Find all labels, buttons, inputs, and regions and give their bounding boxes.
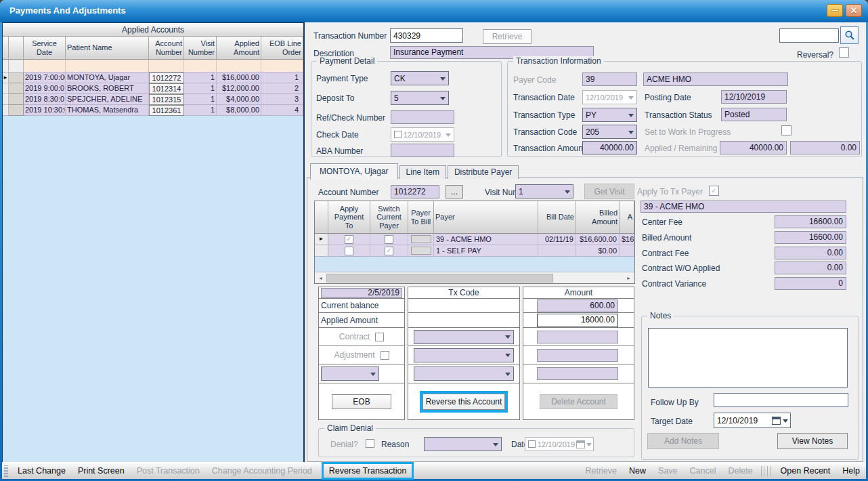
payer-row[interactable]: 1 - SELF PAY $0.00: [315, 245, 634, 257]
cell-account-number[interactable]: 1012315: [149, 94, 184, 105]
scroll-left-icon[interactable]: ◄: [315, 272, 326, 283]
payer-to-bill-button[interactable]: [411, 247, 431, 255]
payer-column-header-apply[interactable]: Apply Payment To: [328, 201, 370, 234]
applied-amount-input[interactable]: 16000.00: [537, 314, 618, 327]
retrieve-button[interactable]: Retrieve: [579, 466, 623, 476]
cell-visit-number[interactable]: 1: [184, 72, 217, 83]
apply-payment-checkbox[interactable]: [345, 247, 353, 255]
new-button[interactable]: New: [623, 466, 652, 476]
payer-column-header-bill-date[interactable]: Bill Date: [538, 201, 576, 234]
partial-amount-cell[interactable]: [620, 245, 634, 257]
row-header-cell[interactable]: [9, 83, 24, 94]
apply-payment-checkbox[interactable]: [345, 235, 353, 244]
apply-payment-cell[interactable]: [328, 245, 370, 257]
row-header-cell[interactable]: [9, 72, 24, 83]
bill-date-cell[interactable]: [538, 245, 576, 257]
contract-txcode-select[interactable]: [414, 330, 514, 344]
filter-row-cell[interactable]: [24, 60, 66, 72]
cell-account-number[interactable]: 1012361: [149, 105, 184, 116]
cell-patient-name[interactable]: MONTOYA, Ujagar: [66, 72, 149, 83]
payment-type-select[interactable]: CK: [391, 71, 449, 85]
payer-row[interactable]: ► 39 - ACME HMO 02/11/19 $16,600.00 $16,: [315, 234, 634, 245]
cell-eob-line-order[interactable]: 1: [261, 72, 303, 83]
column-header-patient-name[interactable]: Patient Name: [66, 37, 149, 60]
account-lookup-button[interactable]: ...: [446, 185, 463, 198]
cell-account-number[interactable]: 1012272: [149, 72, 184, 83]
switch-payer-checkbox[interactable]: [385, 235, 393, 244]
payer-to-bill-button[interactable]: [411, 235, 431, 243]
billed-amount-cell[interactable]: $16,600.00: [576, 234, 620, 245]
cell-visit-number[interactable]: 1: [184, 105, 217, 116]
payer-to-bill-cell[interactable]: [408, 234, 434, 245]
cancel-button[interactable]: Cancel: [684, 466, 722, 476]
aba-number-field[interactable]: [391, 144, 454, 157]
switch-payer-checkbox[interactable]: [385, 247, 393, 255]
filter-row-cell[interactable]: [66, 60, 149, 72]
cell-eob-line-order[interactable]: 4: [261, 105, 303, 116]
cell-visit-number[interactable]: 1: [184, 94, 217, 105]
cell-service-date[interactable]: 2019 8:30:0: [24, 94, 66, 105]
delete-account-button[interactable]: Delete Account: [540, 394, 617, 409]
help-button[interactable]: Help: [836, 466, 866, 476]
transaction-code-select[interactable]: 205: [582, 125, 637, 139]
column-header-applied-amount[interactable]: Applied Amount: [217, 37, 261, 60]
last-change-button[interactable]: Last Change: [12, 466, 72, 476]
row-header-cell[interactable]: [9, 105, 24, 116]
denial-checkbox[interactable]: [366, 439, 374, 448]
post-transaction-button[interactable]: Post Transaction: [131, 466, 206, 476]
deposit-to-select[interactable]: 5: [391, 91, 449, 105]
target-date-picker[interactable]: 12/10/2019: [714, 413, 791, 428]
print-screen-button[interactable]: Print Screen: [72, 466, 131, 476]
payer-column-header-payer-to-bill[interactable]: Payer To Bill: [408, 201, 434, 234]
extra-txcode-select[interactable]: [414, 367, 514, 381]
minimize-button[interactable]: [827, 4, 843, 17]
adjustment-txcode-select[interactable]: [414, 348, 514, 362]
payer-column-header-switch[interactable]: Switch Current Payer: [370, 201, 408, 234]
tab-patient-montoya[interactable]: MONTOYA, Ujagar: [310, 163, 398, 180]
switch-payer-cell[interactable]: [370, 234, 408, 245]
column-header-eob-line-order[interactable]: EOB Line Order: [261, 37, 303, 60]
billed-amount-cell[interactable]: $0.00: [576, 245, 620, 257]
cell-account-number[interactable]: 1012314: [149, 83, 184, 94]
cell-service-date[interactable]: 2019 9:00:0: [24, 83, 66, 94]
switch-payer-cell[interactable]: [370, 245, 408, 257]
cell-patient-name[interactable]: BROOKS, ROBERT: [66, 83, 149, 94]
contract-checkbox[interactable]: [375, 333, 384, 341]
row-header-cell[interactable]: [9, 94, 24, 105]
notes-textarea[interactable]: [648, 328, 848, 388]
scrollbar-thumb[interactable]: [326, 274, 553, 283]
delete-button[interactable]: Delete: [722, 466, 758, 476]
open-recent-button[interactable]: Open Recent: [775, 466, 837, 476]
search-button[interactable]: [840, 26, 859, 44]
tab-line-item[interactable]: Line Item: [399, 165, 446, 179]
view-notes-button[interactable]: View Notes: [777, 433, 848, 449]
reverse-this-account-button[interactable]: Reverse this Account: [422, 394, 505, 410]
cell-applied-amount[interactable]: $12,000.00: [217, 83, 261, 94]
contract-amount-field[interactable]: [537, 331, 618, 343]
visit-number-select[interactable]: 1: [515, 184, 573, 198]
get-visit-button[interactable]: Get Visit: [584, 184, 634, 199]
payer-to-bill-cell[interactable]: [408, 245, 434, 257]
cell-patient-name[interactable]: SPEJCHER, ADELINE: [66, 94, 149, 105]
reversal-checkbox[interactable]: [839, 47, 849, 58]
extra-type-select[interactable]: [321, 367, 379, 381]
cell-visit-number[interactable]: 1: [184, 83, 217, 94]
partial-amount-cell[interactable]: $16,: [620, 234, 634, 245]
adjustment-amount-field[interactable]: [537, 349, 618, 362]
payer-column-header-billed-amount[interactable]: Billed Amount: [576, 201, 620, 234]
horizontal-scrollbar[interactable]: ◄ ►: [315, 272, 634, 283]
ref-check-number-field[interactable]: [391, 110, 454, 124]
follow-up-by-input[interactable]: [714, 393, 848, 407]
retrieve-transaction-button[interactable]: Retrieve: [483, 29, 531, 44]
apply-payment-cell[interactable]: [328, 234, 370, 245]
add-notes-button[interactable]: Add Notes: [647, 433, 719, 449]
close-button[interactable]: ✕: [846, 4, 862, 17]
tab-distribute-payer[interactable]: Distribute Payer: [448, 165, 519, 179]
filter-row-cell[interactable]: [217, 60, 261, 72]
denial-reason-select[interactable]: [424, 437, 502, 451]
cell-applied-amount[interactable]: $4,000.00: [217, 94, 261, 105]
cell-service-date[interactable]: 2019 7:00:00: [24, 72, 66, 83]
column-header-account-number[interactable]: Account Number: [149, 37, 184, 60]
cell-service-date[interactable]: 2019 10:30:0: [24, 105, 66, 116]
filter-row-cell[interactable]: [149, 60, 184, 72]
